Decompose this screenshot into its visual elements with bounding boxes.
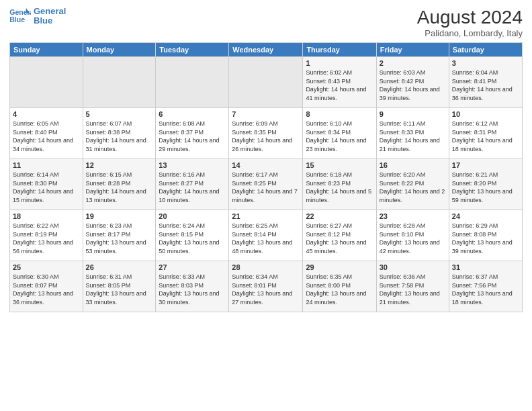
day-number: 30 [380,263,446,271]
logo-text: GeneralBlue [34,7,66,26]
svg-text:Blue: Blue [9,15,25,24]
cell-content: Sunrise: 6:14 AM Sunset: 8:30 PM Dayligh… [13,171,80,204]
calendar-cell: 16Sunrise: 6:20 AM Sunset: 8:22 PM Dayli… [376,159,449,210]
cell-content: Sunrise: 6:09 AM Sunset: 8:35 PM Dayligh… [232,120,300,153]
cell-content: Sunrise: 6:30 AM Sunset: 8:07 PM Dayligh… [13,273,80,306]
cell-content: Sunrise: 6:08 AM Sunset: 8:37 PM Dayligh… [159,120,226,153]
cell-content: Sunrise: 6:07 AM Sunset: 8:38 PM Dayligh… [86,120,153,153]
calendar-cell: 17Sunrise: 6:21 AM Sunset: 8:20 PM Dayli… [449,159,522,210]
day-number: 12 [86,161,153,169]
day-number: 26 [86,263,153,271]
day-number: 27 [159,263,226,271]
calendar-cell: 2Sunrise: 6:03 AM Sunset: 8:42 PM Daylig… [376,57,449,108]
day-number: 19 [86,212,153,220]
day-number: 14 [232,161,300,169]
calendar-cell: 28Sunrise: 6:34 AM Sunset: 8:01 PM Dayli… [229,261,303,312]
calendar-week-5: 25Sunrise: 6:30 AM Sunset: 8:07 PM Dayli… [10,261,523,312]
calendar-cell: 5Sunrise: 6:07 AM Sunset: 8:38 PM Daylig… [83,108,156,159]
calendar-cell: 29Sunrise: 6:35 AM Sunset: 8:00 PM Dayli… [303,261,376,312]
day-number: 10 [452,110,519,118]
month-year-title: August 2024 [417,7,523,28]
cell-content: Sunrise: 6:22 AM Sunset: 8:19 PM Dayligh… [13,222,80,255]
cell-content: Sunrise: 6:23 AM Sunset: 8:17 PM Dayligh… [86,222,153,255]
day-header-monday: Monday [83,43,156,57]
page-container: General Blue GeneralBlue August 2024 Pal… [0,0,532,411]
calendar-cell [10,57,83,108]
cell-content: Sunrise: 6:05 AM Sunset: 8:40 PM Dayligh… [13,120,80,153]
calendar-week-3: 11Sunrise: 6:14 AM Sunset: 8:30 PM Dayli… [10,159,523,210]
day-number: 9 [380,110,446,118]
cell-content: Sunrise: 6:25 AM Sunset: 8:14 PM Dayligh… [232,222,300,255]
calendar-cell: 9Sunrise: 6:11 AM Sunset: 8:33 PM Daylig… [376,108,449,159]
day-number: 15 [306,161,373,169]
calendar-cell: 31Sunrise: 6:37 AM Sunset: 7:56 PM Dayli… [449,261,522,312]
cell-content: Sunrise: 6:28 AM Sunset: 8:10 PM Dayligh… [380,222,446,255]
cell-content: Sunrise: 6:17 AM Sunset: 8:25 PM Dayligh… [232,171,300,204]
calendar-cell: 20Sunrise: 6:24 AM Sunset: 8:15 PM Dayli… [156,210,229,261]
cell-content: Sunrise: 6:29 AM Sunset: 8:08 PM Dayligh… [452,222,519,255]
day-number: 7 [232,110,300,118]
logo: General Blue GeneralBlue [9,7,66,26]
day-number: 6 [159,110,226,118]
day-number: 8 [306,110,373,118]
day-number: 16 [380,161,446,169]
day-number: 4 [13,110,80,118]
calendar-cell [229,57,303,108]
cell-content: Sunrise: 6:20 AM Sunset: 8:22 PM Dayligh… [380,171,446,204]
day-number: 21 [232,212,300,220]
day-header-thursday: Thursday [303,43,376,57]
calendar-table: SundayMondayTuesdayWednesdayThursdayFrid… [9,42,523,312]
location-subtitle: Palidano, Lombardy, Italy [417,28,523,38]
day-header-saturday: Saturday [449,43,522,57]
cell-content: Sunrise: 6:15 AM Sunset: 8:28 PM Dayligh… [86,171,153,204]
calendar-cell: 23Sunrise: 6:28 AM Sunset: 8:10 PM Dayli… [376,210,449,261]
cell-content: Sunrise: 6:35 AM Sunset: 8:00 PM Dayligh… [306,273,373,306]
day-number: 18 [13,212,80,220]
calendar-header-row: SundayMondayTuesdayWednesdayThursdayFrid… [10,43,523,57]
calendar-week-1: 1Sunrise: 6:02 AM Sunset: 8:43 PM Daylig… [10,57,523,108]
day-header-friday: Friday [376,43,449,57]
calendar-cell: 10Sunrise: 6:12 AM Sunset: 8:31 PM Dayli… [449,108,522,159]
day-number: 29 [306,263,373,271]
calendar-cell: 12Sunrise: 6:15 AM Sunset: 8:28 PM Dayli… [83,159,156,210]
calendar-cell: 1Sunrise: 6:02 AM Sunset: 8:43 PM Daylig… [303,57,376,108]
day-header-tuesday: Tuesday [156,43,229,57]
day-number: 1 [306,59,373,67]
calendar-cell: 14Sunrise: 6:17 AM Sunset: 8:25 PM Dayli… [229,159,303,210]
title-block: August 2024 Palidano, Lombardy, Italy [417,7,523,38]
calendar-cell: 26Sunrise: 6:31 AM Sunset: 8:05 PM Dayli… [83,261,156,312]
calendar-cell: 13Sunrise: 6:16 AM Sunset: 8:27 PM Dayli… [156,159,229,210]
cell-content: Sunrise: 6:27 AM Sunset: 8:12 PM Dayligh… [306,222,373,255]
cell-content: Sunrise: 6:10 AM Sunset: 8:34 PM Dayligh… [306,120,373,153]
day-number: 28 [232,263,300,271]
day-number: 5 [86,110,153,118]
calendar-cell: 11Sunrise: 6:14 AM Sunset: 8:30 PM Dayli… [10,159,83,210]
cell-content: Sunrise: 6:37 AM Sunset: 7:56 PM Dayligh… [452,273,519,306]
cell-content: Sunrise: 6:21 AM Sunset: 8:20 PM Dayligh… [452,171,519,204]
calendar-cell: 8Sunrise: 6:10 AM Sunset: 8:34 PM Daylig… [303,108,376,159]
day-number: 20 [159,212,226,220]
page-header: General Blue GeneralBlue August 2024 Pal… [9,7,523,38]
calendar-cell: 4Sunrise: 6:05 AM Sunset: 8:40 PM Daylig… [10,108,83,159]
calendar-cell: 18Sunrise: 6:22 AM Sunset: 8:19 PM Dayli… [10,210,83,261]
calendar-week-4: 18Sunrise: 6:22 AM Sunset: 8:19 PM Dayli… [10,210,523,261]
calendar-cell: 6Sunrise: 6:08 AM Sunset: 8:37 PM Daylig… [156,108,229,159]
day-number: 2 [380,59,446,67]
cell-content: Sunrise: 6:36 AM Sunset: 7:58 PM Dayligh… [380,273,446,306]
cell-content: Sunrise: 6:18 AM Sunset: 8:23 PM Dayligh… [306,171,373,204]
day-header-sunday: Sunday [10,43,83,57]
calendar-cell: 19Sunrise: 6:23 AM Sunset: 8:17 PM Dayli… [83,210,156,261]
day-number: 13 [159,161,226,169]
day-number: 22 [306,212,373,220]
cell-content: Sunrise: 6:04 AM Sunset: 8:41 PM Dayligh… [452,68,519,102]
logo-icon: General Blue [9,7,31,26]
cell-content: Sunrise: 6:03 AM Sunset: 8:42 PM Dayligh… [380,68,446,102]
cell-content: Sunrise: 6:31 AM Sunset: 8:05 PM Dayligh… [86,273,153,306]
cell-content: Sunrise: 6:34 AM Sunset: 8:01 PM Dayligh… [232,273,300,306]
calendar-cell: 3Sunrise: 6:04 AM Sunset: 8:41 PM Daylig… [449,57,522,108]
day-number: 3 [452,59,519,67]
cell-content: Sunrise: 6:33 AM Sunset: 8:03 PM Dayligh… [159,273,226,306]
calendar-cell: 7Sunrise: 6:09 AM Sunset: 8:35 PM Daylig… [229,108,303,159]
day-number: 24 [452,212,519,220]
day-number: 17 [452,161,519,169]
